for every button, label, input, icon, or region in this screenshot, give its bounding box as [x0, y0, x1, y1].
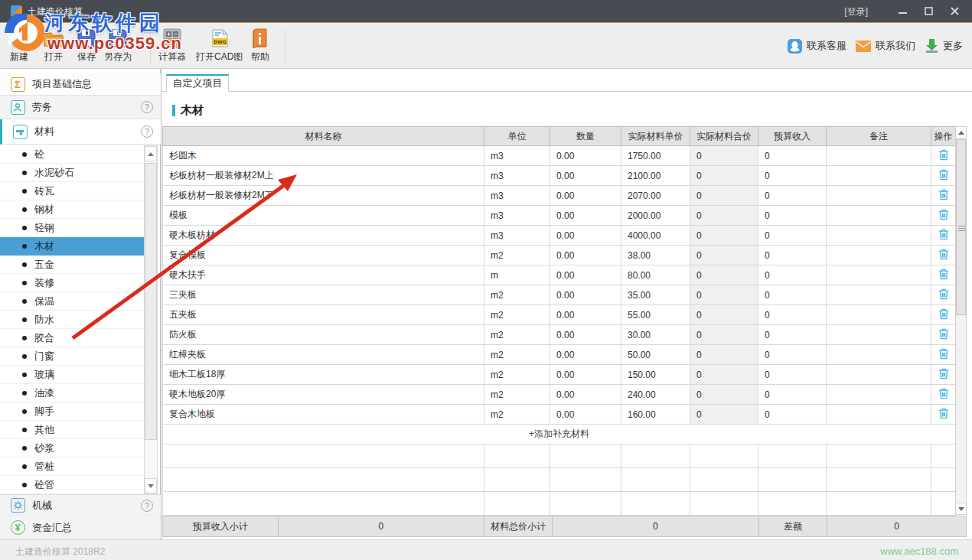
- unit-cell[interactable]: m2: [484, 246, 550, 265]
- budget-income-cell[interactable]: 0: [758, 365, 827, 385]
- remark-cell[interactable]: [827, 285, 931, 305]
- sidebar-item-category[interactable]: 门窗: [0, 347, 144, 366]
- empty-cell[interactable]: [484, 444, 550, 468]
- name-cell[interactable]: 杉板枋材一般装修材2M上: [163, 166, 484, 186]
- unit-price-cell[interactable]: 2000.00: [621, 206, 690, 226]
- unit-cell[interactable]: m2: [484, 385, 550, 405]
- website-link[interactable]: www.aec188.com: [880, 545, 958, 557]
- qty-cell[interactable]: 0.00: [550, 265, 621, 285]
- empty-cell[interactable]: [690, 444, 758, 468]
- unit-price-cell[interactable]: 1750.00: [621, 146, 690, 166]
- remark-cell[interactable]: [827, 146, 931, 166]
- delete-row-button[interactable]: [931, 325, 956, 345]
- budget-income-cell[interactable]: 0: [758, 325, 827, 345]
- budget-income-cell[interactable]: 0: [758, 345, 827, 365]
- budget-income-cell[interactable]: 0: [758, 206, 827, 226]
- remark-cell[interactable]: [827, 405, 931, 425]
- unit-cell[interactable]: m2: [484, 405, 550, 425]
- remark-cell[interactable]: [827, 305, 931, 325]
- empty-cell[interactable]: [758, 444, 827, 468]
- empty-cell[interactable]: [827, 492, 931, 516]
- sidebar-item-category[interactable]: 脚手: [0, 402, 144, 421]
- remark-cell[interactable]: [827, 206, 931, 226]
- empty-cell[interactable]: [621, 492, 690, 516]
- delete-row-button[interactable]: [931, 265, 956, 285]
- delete-row-button[interactable]: [931, 405, 956, 425]
- open-cad-button[interactable]: DWG 打开CAD图: [193, 27, 246, 65]
- unit-cell[interactable]: m3: [484, 226, 550, 246]
- qty-cell[interactable]: 0.00: [550, 226, 621, 246]
- empty-cell[interactable]: [163, 444, 484, 468]
- unit-price-cell[interactable]: 2070.00: [621, 186, 690, 206]
- name-cell[interactable]: 复合木地板: [163, 405, 484, 425]
- sidebar-section-material[interactable]: 材料 ?: [0, 119, 161, 145]
- sidebar-item-category[interactable]: 玻璃: [0, 366, 144, 384]
- sidebar-section-machinery[interactable]: 机械 ?: [0, 494, 161, 516]
- more-button[interactable]: 更多: [925, 23, 963, 69]
- name-cell[interactable]: 硬木地板20厚: [163, 385, 484, 405]
- qty-cell[interactable]: 0.00: [550, 405, 621, 425]
- delete-row-button[interactable]: [931, 146, 956, 166]
- scroll-down-arrow[interactable]: [145, 478, 157, 493]
- delete-row-button[interactable]: [931, 186, 956, 206]
- new-button[interactable]: 新建: [6, 27, 32, 65]
- help-icon[interactable]: ?: [141, 101, 153, 113]
- empty-cell[interactable]: [931, 492, 956, 516]
- empty-cell[interactable]: [931, 444, 956, 468]
- unit-cell[interactable]: m2: [484, 365, 550, 385]
- sidebar-section-funds-summary[interactable]: ¥ 资金汇总: [0, 517, 161, 539]
- budget-income-cell[interactable]: 0: [758, 285, 827, 305]
- unit-price-cell[interactable]: 80.00: [621, 265, 690, 285]
- table-scrollbar[interactable]: [955, 126, 967, 515]
- sidebar-item-category[interactable]: 砼管: [0, 476, 144, 494]
- empty-cell[interactable]: [690, 492, 758, 516]
- sidebar-item-category[interactable]: 装修: [0, 274, 144, 292]
- empty-cell[interactable]: [163, 468, 484, 492]
- qty-cell[interactable]: 0.00: [550, 305, 621, 325]
- empty-cell[interactable]: [931, 468, 956, 492]
- help-icon[interactable]: ?: [141, 500, 153, 512]
- scrollbar-thumb[interactable]: [956, 139, 966, 315]
- sidebar-section-labor[interactable]: 劳务 ?: [0, 96, 161, 119]
- qty-cell[interactable]: 0.00: [550, 345, 621, 365]
- name-cell[interactable]: 防火板: [163, 325, 484, 345]
- sidebar-item-category[interactable]: 砖瓦: [0, 182, 144, 200]
- sidebar-item-selected[interactable]: 木材: [0, 237, 144, 256]
- tab-custom-project[interactable]: 自定义项目: [166, 74, 229, 92]
- unit-cell[interactable]: m2: [484, 345, 550, 365]
- help-icon[interactable]: ?: [141, 125, 153, 138]
- empty-cell[interactable]: [690, 468, 758, 492]
- qty-cell[interactable]: 0.00: [550, 186, 621, 206]
- sidebar-scrollbar[interactable]: [144, 145, 158, 494]
- remark-cell[interactable]: [827, 385, 931, 405]
- sidebar-item-category[interactable]: 保温: [0, 292, 144, 311]
- name-cell[interactable]: 细木工板18厚: [163, 365, 484, 385]
- remark-cell[interactable]: [827, 325, 931, 345]
- empty-cell[interactable]: [621, 468, 690, 492]
- name-cell[interactable]: 三夹板: [163, 285, 484, 305]
- unit-price-cell[interactable]: 38.00: [621, 246, 690, 265]
- qty-cell[interactable]: 0.00: [550, 146, 621, 166]
- delete-row-button[interactable]: [931, 285, 956, 305]
- sidebar-item-category[interactable]: 胶合: [0, 329, 144, 347]
- name-cell[interactable]: 复合模板: [163, 246, 484, 265]
- budget-income-cell[interactable]: 0: [758, 305, 827, 325]
- maximize-button[interactable]: [917, 0, 940, 22]
- budget-income-cell[interactable]: 0: [758, 186, 827, 206]
- sidebar-item-category[interactable]: 砼: [0, 145, 144, 164]
- unit-cell[interactable]: m3: [484, 186, 550, 206]
- budget-income-cell[interactable]: 0: [758, 226, 827, 246]
- unit-price-cell[interactable]: 35.00: [621, 285, 690, 305]
- qty-cell[interactable]: 0.00: [550, 246, 621, 265]
- sidebar-item-category[interactable]: 油漆: [0, 384, 144, 402]
- unit-cell[interactable]: m3: [484, 206, 550, 226]
- sidebar-item-category[interactable]: 五金: [0, 256, 144, 274]
- close-button[interactable]: [943, 0, 966, 22]
- unit-cell[interactable]: m3: [484, 146, 550, 166]
- empty-cell[interactable]: [550, 444, 621, 468]
- unit-cell[interactable]: m: [484, 265, 550, 285]
- sidebar-item-category[interactable]: 其他: [0, 421, 144, 439]
- name-cell[interactable]: 硬木板枋材: [163, 226, 484, 246]
- name-cell[interactable]: 杉圆木: [163, 146, 484, 166]
- unit-price-cell[interactable]: 150.00: [621, 365, 690, 385]
